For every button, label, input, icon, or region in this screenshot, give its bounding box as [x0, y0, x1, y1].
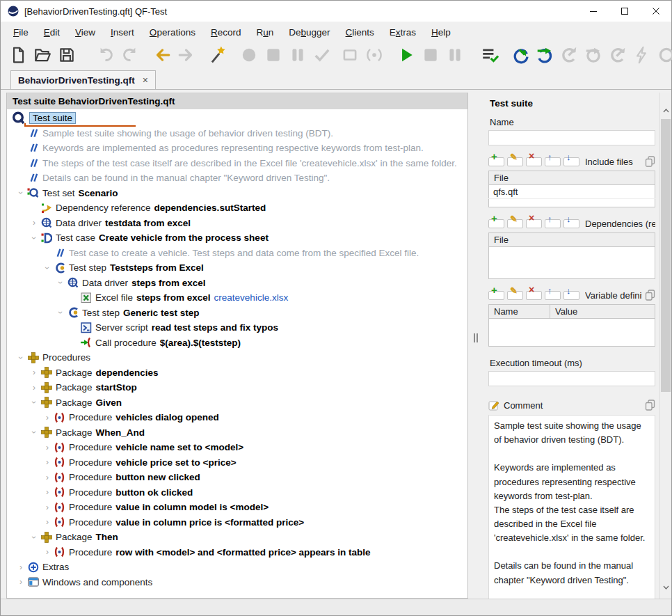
tree-row[interactable]: ›Test stepTeststeps from Excel [7, 260, 467, 276]
redo-button[interactable] [120, 46, 141, 67]
expander-open-icon[interactable]: › [29, 426, 39, 439]
tree-row[interactable]: ›Procedures [7, 350, 467, 365]
skip-over-button[interactable] [583, 46, 604, 67]
expander-closed-icon[interactable]: › [15, 562, 27, 572]
step-out-button[interactable] [559, 46, 579, 67]
add-button[interactable]: + [488, 219, 504, 228]
expander-open-icon[interactable]: › [29, 232, 39, 244]
tree-row[interactable]: Excel filesteps from excelcreatevehicle.… [7, 290, 467, 306]
edit-button[interactable]: ✎ [507, 219, 523, 228]
nav-forward-button[interactable] [176, 46, 197, 67]
tree-row[interactable]: ›Data drivertestdata from excel [7, 216, 467, 231]
panel-splitter[interactable] [468, 93, 483, 599]
close-button[interactable] [640, 1, 671, 22]
expander-open-icon[interactable]: › [56, 276, 65, 289]
tree-row[interactable]: ›Procedurebutton ok clicked [7, 485, 467, 500]
expander-closed-icon[interactable]: › [41, 413, 54, 422]
tree-row[interactable]: ›PackageWhen_And [7, 425, 467, 441]
scroll-up-icon[interactable] [660, 105, 671, 116]
move-down-button[interactable]: ↓ [563, 157, 579, 166]
open-file-button[interactable] [32, 46, 53, 67]
test-suite-tree[interactable]: Test suiteSample test suite showing the … [7, 109, 467, 598]
nav-back-button[interactable] [152, 46, 173, 67]
tree-row[interactable]: ›Test setScenario [7, 186, 467, 201]
tree-row-comment[interactable]: Keywords are implemented as procedures r… [7, 141, 467, 156]
check-component-button[interactable] [339, 46, 360, 67]
copy-icon[interactable] [645, 290, 655, 301]
expander-closed-icon[interactable]: › [28, 218, 40, 228]
maximize-button[interactable] [609, 1, 640, 22]
scroll-down-icon[interactable] [660, 582, 671, 593]
expander-open-icon[interactable]: › [42, 262, 52, 274]
pause-run-button[interactable] [445, 46, 465, 67]
menu-item-view[interactable]: View [67, 24, 103, 41]
menu-item-record[interactable]: Record [203, 24, 249, 41]
skip-out-button[interactable] [607, 46, 628, 67]
expander-closed-icon[interactable]: › [15, 577, 27, 587]
menu-item-operations[interactable]: Operations [142, 24, 203, 41]
tree-row[interactable]: ›PackagestartStop [7, 380, 467, 395]
scrollbar-thumb[interactable] [661, 119, 671, 392]
tree-row[interactable]: Dependency referencedependencies.sutStar… [7, 200, 467, 216]
tree-row[interactable]: ›Data driversteps from excel [7, 276, 467, 291]
table-row[interactable]: qfs.qft [489, 185, 655, 199]
tree-row[interactable]: Call procedure$(area).$(teststep) [7, 335, 467, 351]
tree-row[interactable]: ›Test caseCreate vehicle from the proces… [7, 230, 467, 246]
break-on-exception-button[interactable] [632, 46, 653, 67]
expander-open-icon[interactable]: › [56, 306, 65, 319]
add-button[interactable]: + [488, 157, 504, 166]
comment-textarea[interactable]: Sample test suite showing the usage of b… [488, 415, 655, 599]
step-in-button[interactable] [510, 46, 531, 67]
expander-closed-icon[interactable]: › [41, 457, 54, 467]
properties-scrollbar[interactable] [659, 93, 671, 599]
expander-open-icon[interactable]: › [29, 531, 39, 544]
menu-item-insert[interactable]: Insert [103, 24, 142, 41]
tree-row[interactable]: ›PackageThen [7, 530, 467, 545]
move-up-button[interactable]: ↑ [545, 291, 561, 300]
edit-button[interactable]: ✎ [507, 157, 523, 166]
check-record-button[interactable] [312, 46, 333, 67]
tree-row[interactable]: ›PackageGiven [7, 395, 467, 411]
record-button[interactable] [239, 46, 259, 67]
tree-row[interactable]: ›Procedurevehicles dialog opened [7, 410, 467, 425]
move-down-button[interactable]: ↓ [563, 291, 579, 300]
expander-open-icon[interactable]: › [16, 187, 26, 199]
edit-button[interactable]: ✎ [507, 291, 523, 300]
move-down-button[interactable]: ↓ [563, 219, 579, 228]
add-button[interactable]: + [488, 291, 504, 300]
menu-item-run[interactable]: Run [248, 24, 281, 41]
tree-row[interactable]: Test suite [7, 111, 467, 126]
menu-item-help[interactable]: Help [424, 24, 458, 41]
tree-row[interactable]: ›Procedurevalue in column price is <form… [7, 515, 467, 530]
expander-closed-icon[interactable]: › [41, 473, 54, 482]
tree-row[interactable]: ›Packagedependencies [7, 365, 467, 381]
expander-open-icon[interactable]: › [29, 396, 39, 409]
tree-row[interactable]: ›Procedurevehicle name set to <model> [7, 440, 467, 455]
pause-record-button[interactable] [287, 46, 308, 67]
tree-row-comment[interactable]: Details can be found in the manual chapt… [7, 171, 467, 186]
tree-row[interactable]: ›Extras [7, 560, 467, 575]
new-file-button[interactable] [8, 46, 29, 67]
execution-timeout-input[interactable] [488, 371, 655, 386]
record-component-button[interactable] [364, 46, 385, 67]
menu-item-edit[interactable]: Edit [36, 24, 67, 41]
record-wand-button[interactable] [207, 46, 228, 67]
delete-button[interactable]: × [526, 157, 542, 166]
splitter-handle-icon[interactable] [474, 333, 475, 342]
tree-row[interactable]: ›Procedurevehicle price set to <price> [7, 455, 467, 471]
tree-row[interactable]: ›Procedurebutton new clicked [7, 470, 467, 485]
expander-closed-icon[interactable]: › [28, 383, 40, 393]
tree-row-comment[interactable]: Test case to create a vehicle. Test step… [7, 246, 467, 261]
expander-closed-icon[interactable]: › [41, 443, 54, 452]
tab-close-icon[interactable]: × [143, 74, 148, 86]
tree-row-comment[interactable]: Sample test suite showing the usage of b… [7, 126, 467, 141]
tree-row[interactable]: ›Procedurevalue in column model is <mode… [7, 500, 467, 515]
save-file-button[interactable] [56, 46, 77, 67]
menu-item-clients[interactable]: Clients [338, 24, 382, 41]
name-input[interactable] [488, 130, 655, 145]
tree-row[interactable]: ›Test stepGeneric test step [7, 306, 467, 321]
expander-closed-icon[interactable]: › [28, 368, 40, 377]
tree-row-comment[interactable]: The steps of the test case itself are de… [7, 156, 467, 171]
expander-open-icon[interactable]: › [16, 352, 26, 364]
expander-closed-icon[interactable]: › [41, 547, 54, 557]
